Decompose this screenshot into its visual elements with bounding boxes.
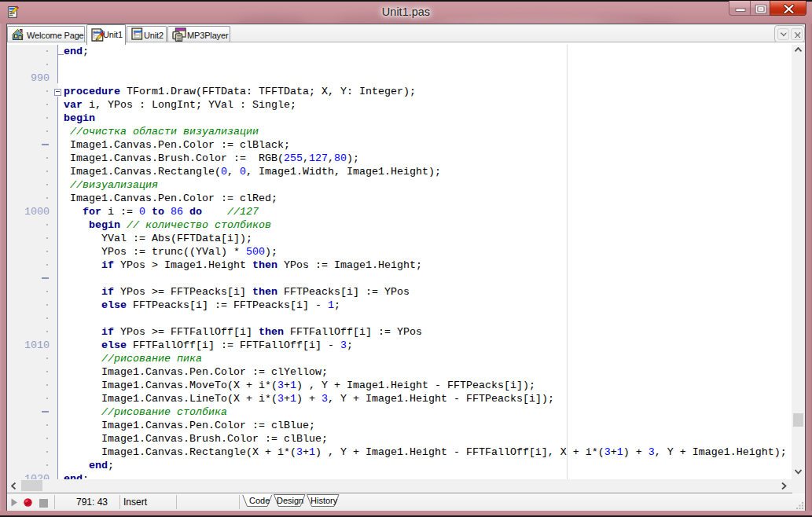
svg-text:History: History: [310, 496, 338, 505]
svg-text:Code: Code: [249, 496, 270, 505]
svg-text:Design: Design: [277, 496, 303, 505]
